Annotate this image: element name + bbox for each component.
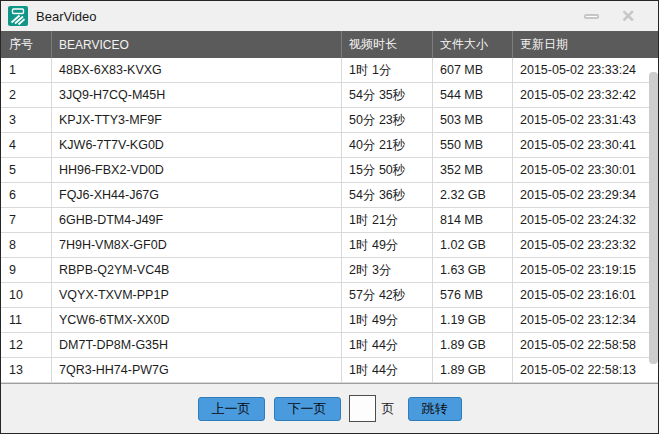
cell-duration: 1时 1分: [341, 58, 432, 82]
cell-size: 1.89 GB: [432, 358, 512, 382]
page-unit-label: 页: [382, 400, 395, 418]
pagination-bar: 上一页 下一页 页 跳转: [1, 383, 658, 433]
cell-updated: 2015-05-02 23:23:32: [512, 233, 658, 257]
cell-index: 8: [1, 233, 51, 257]
title-bar: BearVideo ✕: [1, 1, 658, 31]
cell-size: 576 MB: [432, 283, 512, 307]
cell-duration: 54分 35秒: [341, 83, 432, 107]
cell-index: 10: [1, 283, 51, 307]
cell-size: 503 MB: [432, 108, 512, 132]
cell-updated: 2015-05-02 23:32:42: [512, 83, 658, 107]
cell-updated: 2015-05-02 22:58:58: [512, 333, 658, 357]
cell-size: 352 MB: [432, 158, 512, 182]
cell-size: 2.32 GB: [432, 183, 512, 207]
column-header-duration: 视频时长: [341, 31, 432, 58]
cell-size: 1.89 GB: [432, 333, 512, 357]
table-row[interactable]: 6 FQJ6-XH44-J67G 54分 36秒 2.32 GB 2015-05…: [1, 183, 658, 208]
column-header-index: 序号: [1, 31, 51, 58]
cell-index: 7: [1, 208, 51, 232]
table-row[interactable]: 7 6GHB-DTM4-J49F 1时 21分 814 MB 2015-05-0…: [1, 208, 658, 233]
vertical-scrollbar-thumb[interactable]: [649, 72, 658, 364]
table-row[interactable]: 4 KJW6-7T7V-KG0D 40分 21秒 550 MB 2015-05-…: [1, 133, 658, 158]
cell-updated: 2015-05-02 23:12:34: [512, 308, 658, 332]
cell-duration: 2时 3分: [341, 258, 432, 282]
cell-name: KJW6-7T7V-KG0D: [51, 133, 341, 157]
table-row[interactable]: 10 VQYX-TXVM-PP1P 57分 42秒 576 MB 2015-05…: [1, 283, 658, 308]
cell-index: 6: [1, 183, 51, 207]
cell-index: 1: [1, 58, 51, 82]
cell-duration: 40分 21秒: [341, 133, 432, 157]
cell-size: 607 MB: [432, 58, 512, 82]
window-title: BearVideo: [36, 9, 579, 24]
cell-size: 1.63 GB: [432, 258, 512, 282]
page-number-input[interactable]: [349, 395, 376, 422]
column-header-updated: 更新日期: [512, 31, 658, 58]
cell-name: 3JQ9-H7CQ-M45H: [51, 83, 341, 107]
table-body: 1 48BX-6X83-KVXG 1时 1分 607 MB 2015-05-02…: [1, 58, 658, 383]
cell-updated: 2015-05-02 23:30:41: [512, 133, 658, 157]
table-row[interactable]: 1 48BX-6X83-KVXG 1时 1分 607 MB 2015-05-02…: [1, 58, 658, 83]
table-row[interactable]: 2 3JQ9-H7CQ-M45H 54分 35秒 544 MB 2015-05-…: [1, 83, 658, 108]
cell-updated: 2015-05-02 23:19:15: [512, 258, 658, 282]
table-row[interactable]: 8 7H9H-VM8X-GF0D 1时 49分 1.02 GB 2015-05-…: [1, 233, 658, 258]
table-row[interactable]: 12 DM7T-DP8M-G35H 1时 44分 1.89 GB 2015-05…: [1, 333, 658, 358]
cell-index: 11: [1, 308, 51, 332]
minimize-button[interactable]: [579, 5, 603, 27]
cell-name: HH96-FBX2-VD0D: [51, 158, 341, 182]
cell-index: 5: [1, 158, 51, 182]
table-header: 序号 BEARVICEO 视频时长 文件大小 更新日期: [1, 31, 658, 58]
cell-index: 12: [1, 333, 51, 357]
cell-duration: 57分 42秒: [341, 283, 432, 307]
cell-name: KPJX-TTY3-MF9F: [51, 108, 341, 132]
cell-duration: 50分 23秒: [341, 108, 432, 132]
jump-button[interactable]: 跳转: [408, 397, 462, 421]
cell-updated: 2015-05-02 23:16:01: [512, 283, 658, 307]
cell-duration: 1时 44分: [341, 358, 432, 382]
prev-page-button[interactable]: 上一页: [198, 397, 265, 421]
cell-name: 48BX-6X83-KVXG: [51, 58, 341, 82]
cell-name: YCW6-6TMX-XX0D: [51, 308, 341, 332]
cell-name: FQJ6-XH44-J67G: [51, 183, 341, 207]
close-button[interactable]: ✕: [616, 5, 640, 27]
cell-duration: 54分 36秒: [341, 183, 432, 207]
app-logo-icon: [8, 6, 28, 26]
cell-name: DM7T-DP8M-G35H: [51, 333, 341, 357]
cell-index: 3: [1, 108, 51, 132]
cell-duration: 1时 44分: [341, 333, 432, 357]
table-row[interactable]: 9 RBPB-Q2YM-VC4B 2时 3分 1.63 GB 2015-05-0…: [1, 258, 658, 283]
app-window: BearVideo ✕ 序号 BEARVICEO 视频时长 文件大小 更新日期 …: [0, 0, 659, 434]
cell-updated: 2015-05-02 23:31:43: [512, 108, 658, 132]
cell-index: 4: [1, 133, 51, 157]
cell-index: 2: [1, 83, 51, 107]
cell-updated: 2015-05-02 23:24:32: [512, 208, 658, 232]
cell-duration: 1时 49分: [341, 233, 432, 257]
cell-size: 814 MB: [432, 208, 512, 232]
column-header-size: 文件大小: [432, 31, 512, 58]
cell-size: 1.02 GB: [432, 233, 512, 257]
cell-name: 7H9H-VM8X-GF0D: [51, 233, 341, 257]
cell-name: VQYX-TXVM-PP1P: [51, 283, 341, 307]
cell-name: 7QR3-HH74-PW7G: [51, 358, 341, 382]
cell-updated: 2015-05-02 23:33:24: [512, 58, 658, 82]
cell-size: 1.19 GB: [432, 308, 512, 332]
table-row[interactable]: 3 KPJX-TTY3-MF9F 50分 23秒 503 MB 2015-05-…: [1, 108, 658, 133]
table-row[interactable]: 5 HH96-FBX2-VD0D 15分 50秒 352 MB 2015-05-…: [1, 158, 658, 183]
cell-index: 9: [1, 258, 51, 282]
cell-duration: 15分 50秒: [341, 158, 432, 182]
cell-name: 6GHB-DTM4-J49F: [51, 208, 341, 232]
table-row[interactable]: 11 YCW6-6TMX-XX0D 1时 49分 1.19 GB 2015-05…: [1, 308, 658, 333]
cell-name: RBPB-Q2YM-VC4B: [51, 258, 341, 282]
minimize-icon: [584, 14, 599, 19]
cell-duration: 1时 21分: [341, 208, 432, 232]
close-icon: ✕: [621, 8, 635, 25]
cell-index: 13: [1, 358, 51, 382]
column-header-name: BEARVICEO: [51, 31, 341, 58]
cell-updated: 2015-05-02 22:58:13: [512, 358, 658, 382]
cell-updated: 2015-05-02 23:30:01: [512, 158, 658, 182]
cell-size: 544 MB: [432, 83, 512, 107]
cell-duration: 1时 49分: [341, 308, 432, 332]
table-row[interactable]: 13 7QR3-HH74-PW7G 1时 44分 1.89 GB 2015-05…: [1, 358, 658, 383]
cell-size: 550 MB: [432, 133, 512, 157]
cell-updated: 2015-05-02 23:29:34: [512, 183, 658, 207]
next-page-button[interactable]: 下一页: [274, 397, 341, 421]
